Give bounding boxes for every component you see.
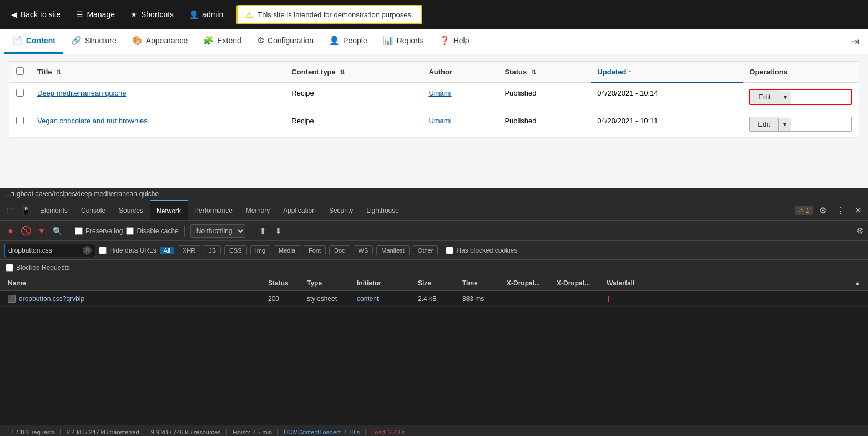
disable-cache-checkbox[interactable] [126,227,134,235]
hide-data-urls-checkbox[interactable] [99,247,107,254]
network-col-waterfall[interactable]: Waterfall ▲ [603,279,864,287]
nav-label-appearance: Appearance [146,36,188,45]
status-sort-icon[interactable]: ⇅ [531,69,536,76]
people-icon: 👤 [329,36,340,46]
preserve-log-checkbox[interactable] [75,227,83,235]
filter-type-other[interactable]: Other [413,245,438,255]
has-blocked-cookies-checkbox[interactable] [446,247,453,254]
preserve-log-label[interactable]: Preserve log [75,227,123,235]
content-area: Title ⇅ Content type ⇅ Author Status ⇅ [0,54,868,188]
nav-item-reports[interactable]: 📊 Reports [375,29,432,54]
nav-item-people[interactable]: 👤 People [321,29,375,54]
warn-count: 1 [806,207,809,214]
upload-icon[interactable]: ⬆ [257,225,269,237]
row2-title-link[interactable]: Vegan chocolate and nut brownies [37,117,148,125]
updated-sort-icon[interactable]: ↑ [628,68,632,76]
network-col-xdrupal2[interactable]: X-Drupal... [553,279,603,287]
nav-collapse-btn[interactable]: ⇥ [846,29,864,54]
tab-sources[interactable]: Sources [112,200,150,220]
row1-checkbox[interactable] [16,89,24,97]
filter-type-font[interactable]: Font [304,245,326,255]
search-icon[interactable]: 🔍 [51,225,63,237]
filter-icon[interactable]: ▼ [36,225,48,237]
content-type-header: Content type ⇅ [285,62,422,83]
nav-item-help[interactable]: ❓ Help [432,29,477,54]
row1-name-text: dropbutton.css?qrvblp [19,295,84,303]
filter-clear-btn[interactable]: ✕ [83,246,92,255]
nav-item-extend[interactable]: 🧩 Extend [195,29,249,54]
filter-type-xhr[interactable]: XHR [178,245,200,255]
devtools-settings-icon[interactable]: ⚙ [815,203,830,218]
manage-btn[interactable]: ☰ Manage [69,0,122,29]
filter-tag-all[interactable]: All [160,247,174,254]
network-col-type[interactable]: Type [304,279,354,287]
hide-data-urls-label[interactable]: Hide data URLs [99,247,157,254]
filter-type-js[interactable]: JS [204,245,221,255]
has-blocked-cookies-label[interactable]: Has blocked cookies [446,247,517,254]
status-transferred: 2.4 kB / 247 kB transferred [61,429,145,435]
row1-edit-btn[interactable]: Edit [750,90,778,104]
filter-type-css[interactable]: CSS [224,245,247,255]
waterfall-red-line [608,296,609,302]
shortcuts-label: Shortcuts [141,10,174,19]
download-icon[interactable]: ⬇ [272,225,285,237]
admin-user-btn[interactable]: 👤 admin [183,0,230,29]
filter-type-media[interactable]: Media [274,245,300,255]
tab-network[interactable]: Network [150,200,188,220]
devtools-cursor-icon[interactable]: ⬚ [2,203,18,218]
tab-console[interactable]: Console [74,200,112,220]
row1-title-link[interactable]: Deep mediterranean quiche [37,89,126,97]
row2-author-link[interactable]: Umami [428,117,451,125]
network-col-status[interactable]: Status [265,279,304,287]
row2-checkbox[interactable] [16,117,24,124]
back-to-site-btn[interactable]: ◀ Back to site [4,0,67,29]
nav-item-content[interactable]: 📄 Content [4,29,63,54]
devtools-device-icon[interactable]: 📱 [18,203,33,218]
nav-item-appearance[interactable]: 🎨 Appearance [124,29,196,54]
appearance-icon: 🎨 [132,36,143,46]
disable-cache-label[interactable]: Disable cache [126,227,178,235]
network-col-xdrupal1[interactable]: X-Drupal... [503,279,553,287]
devtools-close-icon[interactable]: ✕ [850,203,866,218]
tab-memory[interactable]: Memory [239,200,276,220]
tab-performance[interactable]: Performance [188,200,239,220]
toolbar2-settings-icon[interactable]: ⚙ [856,226,864,236]
tab-security[interactable]: Security [322,200,360,220]
network-col-name[interactable]: Name [4,279,265,287]
reports-icon: 📊 [383,36,393,46]
network-row[interactable]: dropbutton.css?qrvblp 200 stylesheet con… [0,291,868,307]
network-col-time[interactable]: Time [459,279,503,287]
nav-item-structure[interactable]: 🔗 Structure [63,29,124,54]
row1-author-link[interactable]: Umami [428,89,451,97]
warn-badge[interactable]: ⚠ 1 [795,206,813,215]
record-btn[interactable]: ● [4,225,17,237]
blocked-requests-bar: Blocked Requests [0,260,868,275]
filter-type-ws[interactable]: WS [354,245,374,255]
nav-item-configuration[interactable]: ⚙ Configuration [249,29,321,54]
network-col-initiator[interactable]: Initiator [354,279,415,287]
blocked-requests-checkbox[interactable] [6,264,13,272]
filter-type-img[interactable]: Img [250,245,270,255]
row1-edit-dropdown-btn[interactable]: ▾ [779,91,791,104]
content-type-sort-icon[interactable]: ⇅ [340,69,345,76]
filter-type-doc[interactable]: Doc [329,245,350,255]
tab-lighthouse[interactable]: Lighthouse [360,200,406,220]
filter-type-manifest[interactable]: Manifest [376,245,410,255]
row2-edit-group: Edit ▾ [749,117,852,132]
tab-elements[interactable]: Elements [33,200,74,220]
throttling-select[interactable]: No throttling [190,224,245,238]
title-sort-icon[interactable]: ⇅ [56,69,61,76]
filter-input[interactable] [8,247,80,254]
nav-label-people: People [343,36,367,45]
blocked-requests-label[interactable]: Blocked Requests [6,264,70,272]
row1-initiator-cell[interactable]: content [354,295,415,303]
row2-edit-dropdown-btn[interactable]: ▾ [778,118,791,131]
tab-application[interactable]: Application [276,200,322,220]
network-col-size[interactable]: Size [415,279,459,287]
clear-btn[interactable]: 🚫 [20,225,32,237]
row2-edit-btn[interactable]: Edit [750,117,778,131]
shortcuts-btn[interactable]: ★ Shortcuts [124,0,180,29]
devtools-more-icon[interactable]: ⋮ [832,203,848,218]
star-icon: ★ [130,10,138,19]
select-all-checkbox[interactable] [16,67,24,75]
